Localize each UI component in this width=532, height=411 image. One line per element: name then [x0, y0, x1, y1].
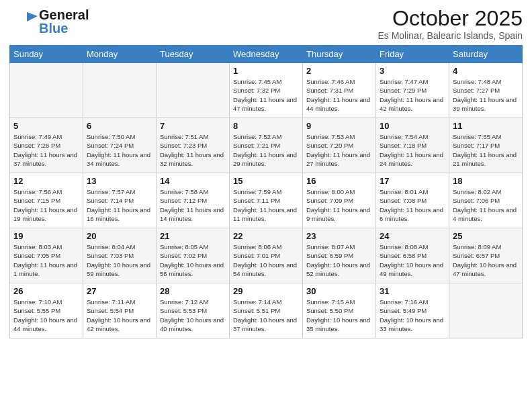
- calendar-week-row: 1Sunrise: 7:45 AM Sunset: 7:32 PM Daylig…: [10, 63, 523, 118]
- th-sunday: Sunday: [10, 46, 83, 63]
- location-title: Es Molinar, Balearic Islands, Spain: [378, 30, 523, 41]
- day-info: Sunrise: 7:55 AM Sunset: 7:17 PM Dayligh…: [453, 132, 519, 168]
- day-info: Sunrise: 7:58 AM Sunset: 7:12 PM Dayligh…: [160, 187, 226, 223]
- table-row: 21Sunrise: 8:05 AM Sunset: 7:02 PM Dayli…: [157, 228, 230, 283]
- day-number: 25: [453, 231, 519, 241]
- day-number: 18: [453, 176, 519, 186]
- table-row: 26Sunrise: 7:10 AM Sunset: 5:55 PM Dayli…: [10, 283, 83, 338]
- day-info: Sunrise: 7:15 AM Sunset: 5:50 PM Dayligh…: [306, 298, 372, 333]
- th-thursday: Thursday: [303, 46, 376, 63]
- day-number: 16: [306, 176, 372, 186]
- day-number: 30: [306, 286, 372, 296]
- day-info: Sunrise: 7:59 AM Sunset: 7:11 PM Dayligh…: [233, 187, 299, 223]
- th-tuesday: Tuesday: [157, 46, 230, 63]
- table-row: 28Sunrise: 7:12 AM Sunset: 5:53 PM Dayli…: [157, 283, 230, 338]
- day-info: Sunrise: 7:50 AM Sunset: 7:24 PM Dayligh…: [87, 132, 152, 168]
- table-row: 19Sunrise: 8:03 AM Sunset: 7:05 PM Dayli…: [10, 228, 83, 283]
- table-row: [83, 63, 157, 118]
- day-number: 12: [13, 176, 79, 186]
- table-row: 13Sunrise: 7:57 AM Sunset: 7:14 PM Dayli…: [83, 173, 157, 228]
- table-row: 31Sunrise: 7:16 AM Sunset: 5:49 PM Dayli…: [376, 283, 449, 338]
- table-row: 12Sunrise: 7:56 AM Sunset: 7:15 PM Dayli…: [10, 173, 83, 228]
- day-number: 10: [380, 121, 445, 131]
- day-number: 22: [233, 231, 299, 241]
- day-info: Sunrise: 8:04 AM Sunset: 7:03 PM Dayligh…: [87, 242, 152, 278]
- day-number: 29: [233, 286, 299, 296]
- day-number: 20: [87, 231, 152, 241]
- table-row: [157, 63, 230, 118]
- day-number: 11: [453, 121, 519, 131]
- table-row: 27Sunrise: 7:11 AM Sunset: 5:54 PM Dayli…: [83, 283, 157, 338]
- table-row: 11Sunrise: 7:55 AM Sunset: 7:17 PM Dayli…: [449, 118, 523, 173]
- th-wednesday: Wednesday: [230, 46, 303, 63]
- day-number: 4: [453, 66, 519, 76]
- table-row: 20Sunrise: 8:04 AM Sunset: 7:03 PM Dayli…: [83, 228, 157, 283]
- table-row: 9Sunrise: 7:53 AM Sunset: 7:20 PM Daylig…: [303, 118, 376, 173]
- logo-general-text: General: [39, 8, 89, 21]
- table-row: 7Sunrise: 7:51 AM Sunset: 7:23 PM Daylig…: [157, 118, 230, 173]
- th-friday: Friday: [376, 46, 449, 63]
- table-row: 4Sunrise: 7:48 AM Sunset: 7:27 PM Daylig…: [449, 63, 523, 118]
- day-number: 14: [160, 176, 226, 186]
- day-info: Sunrise: 7:14 AM Sunset: 5:51 PM Dayligh…: [233, 298, 299, 333]
- calendar-table: Sunday Monday Tuesday Wednesday Thursday…: [9, 45, 523, 338]
- table-row: 1Sunrise: 7:45 AM Sunset: 7:32 PM Daylig…: [230, 63, 303, 118]
- table-row: 18Sunrise: 8:02 AM Sunset: 7:06 PM Dayli…: [449, 173, 523, 228]
- month-title: October 2025: [378, 7, 523, 30]
- title-area: October 2025 Es Molinar, Balearic Island…: [378, 7, 523, 41]
- th-monday: Monday: [83, 46, 157, 63]
- day-info: Sunrise: 8:06 AM Sunset: 7:01 PM Dayligh…: [233, 242, 299, 278]
- day-info: Sunrise: 8:03 AM Sunset: 7:05 PM Dayligh…: [13, 242, 79, 278]
- day-info: Sunrise: 7:11 AM Sunset: 5:54 PM Dayligh…: [87, 298, 152, 333]
- table-row: 22Sunrise: 8:06 AM Sunset: 7:01 PM Dayli…: [230, 228, 303, 283]
- logo: General Blue: [9, 7, 89, 36]
- day-number: 28: [160, 286, 226, 296]
- day-info: Sunrise: 7:12 AM Sunset: 5:53 PM Dayligh…: [160, 298, 226, 333]
- day-info: Sunrise: 8:02 AM Sunset: 7:06 PM Dayligh…: [453, 187, 519, 223]
- day-number: 9: [306, 121, 372, 131]
- day-number: 23: [306, 231, 372, 241]
- day-info: Sunrise: 8:07 AM Sunset: 6:59 PM Dayligh…: [306, 242, 372, 278]
- table-row: 25Sunrise: 8:09 AM Sunset: 6:57 PM Dayli…: [449, 228, 523, 283]
- day-info: Sunrise: 8:09 AM Sunset: 6:57 PM Dayligh…: [453, 242, 519, 278]
- day-number: 5: [13, 121, 79, 131]
- logo-blue-text: Blue: [39, 21, 89, 35]
- day-number: 27: [87, 286, 152, 296]
- table-row: 3Sunrise: 7:47 AM Sunset: 7:29 PM Daylig…: [376, 63, 449, 118]
- day-info: Sunrise: 8:08 AM Sunset: 6:58 PM Dayligh…: [380, 242, 445, 278]
- day-info: Sunrise: 7:47 AM Sunset: 7:29 PM Dayligh…: [380, 77, 445, 113]
- day-info: Sunrise: 7:48 AM Sunset: 7:27 PM Dayligh…: [453, 77, 519, 113]
- day-number: 2: [306, 66, 372, 76]
- day-number: 24: [380, 231, 445, 241]
- day-number: 1: [233, 66, 299, 76]
- day-number: 31: [380, 286, 445, 296]
- day-info: Sunrise: 7:16 AM Sunset: 5:49 PM Dayligh…: [380, 298, 445, 333]
- day-info: Sunrise: 8:01 AM Sunset: 7:08 PM Dayligh…: [380, 187, 445, 223]
- day-number: 7: [160, 121, 226, 131]
- table-row: 16Sunrise: 8:00 AM Sunset: 7:09 PM Dayli…: [303, 173, 376, 228]
- day-info: Sunrise: 8:00 AM Sunset: 7:09 PM Dayligh…: [306, 187, 372, 223]
- day-number: 17: [380, 176, 445, 186]
- day-number: 19: [13, 231, 79, 241]
- day-number: 13: [87, 176, 152, 186]
- day-info: Sunrise: 7:53 AM Sunset: 7:20 PM Dayligh…: [306, 132, 372, 168]
- logo-label: General Blue: [39, 8, 89, 35]
- day-info: Sunrise: 7:49 AM Sunset: 7:26 PM Dayligh…: [13, 132, 79, 168]
- day-info: Sunrise: 7:46 AM Sunset: 7:31 PM Dayligh…: [306, 77, 372, 113]
- svg-marker-0: [27, 12, 38, 21]
- day-number: 21: [160, 231, 226, 241]
- page-container: General Blue October 2025 Es Molinar, Ba…: [0, 0, 532, 345]
- day-info: Sunrise: 7:10 AM Sunset: 5:55 PM Dayligh…: [13, 298, 79, 333]
- table-row: [10, 63, 83, 118]
- day-number: 6: [87, 121, 152, 131]
- day-number: 26: [13, 286, 79, 296]
- table-row: 6Sunrise: 7:50 AM Sunset: 7:24 PM Daylig…: [83, 118, 157, 173]
- table-row: 8Sunrise: 7:52 AM Sunset: 7:21 PM Daylig…: [230, 118, 303, 173]
- day-info: Sunrise: 7:57 AM Sunset: 7:14 PM Dayligh…: [87, 187, 152, 223]
- table-row: 10Sunrise: 7:54 AM Sunset: 7:18 PM Dayli…: [376, 118, 449, 173]
- table-row: 15Sunrise: 7:59 AM Sunset: 7:11 PM Dayli…: [230, 173, 303, 228]
- table-row: 29Sunrise: 7:14 AM Sunset: 5:51 PM Dayli…: [230, 283, 303, 338]
- day-info: Sunrise: 8:05 AM Sunset: 7:02 PM Dayligh…: [160, 242, 226, 278]
- calendar-week-row: 12Sunrise: 7:56 AM Sunset: 7:15 PM Dayli…: [10, 173, 523, 228]
- day-number: 3: [380, 66, 445, 76]
